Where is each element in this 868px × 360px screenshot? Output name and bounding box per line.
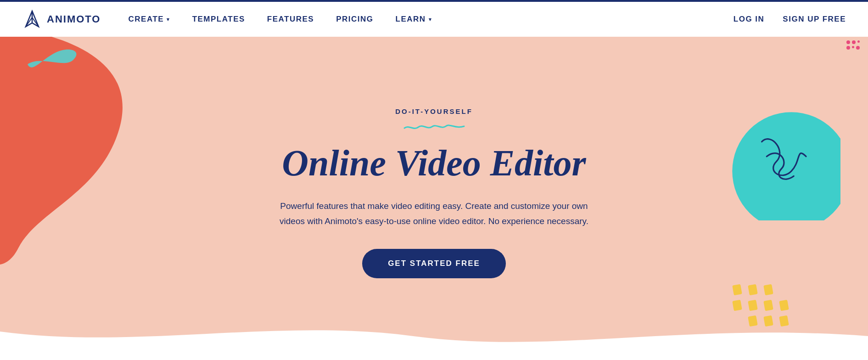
hero-wave-decoration	[0, 313, 868, 349]
svg-point-4	[732, 112, 840, 220]
logo-icon	[22, 9, 42, 29]
signup-label: SIGN UP FREE	[783, 15, 846, 24]
hero-description: Powerful features that make video editin…	[269, 199, 599, 229]
yellow-dot	[732, 284, 742, 296]
nav-pricing[interactable]: PRICING	[336, 15, 373, 24]
navbar: ANIMOTO CREATE ▾ TEMPLATES FEATURES PRIC…	[0, 0, 868, 37]
logo-text: ANIMOTO	[47, 13, 101, 25]
teal-circle-shape	[703, 83, 840, 220]
nav-features[interactable]: FEATURES	[267, 15, 314, 24]
decorative-dots-top	[843, 37, 868, 53]
logo-link[interactable]: ANIMOTO	[22, 9, 101, 29]
nav-pricing-label: PRICING	[336, 15, 373, 24]
nav-learn[interactable]: LEARN ▾	[396, 15, 432, 24]
yellow-dot	[748, 284, 758, 296]
nav-auth: LOG IN SIGN UP FREE	[734, 15, 846, 24]
nav-create[interactable]: CREATE ▾	[128, 15, 170, 24]
coral-blob-shape	[0, 37, 138, 266]
hero-eyebrow: DO-IT-YOURSELF	[269, 107, 599, 115]
nav-learn-label: LEARN	[396, 15, 426, 24]
nav-create-label: CREATE	[128, 15, 164, 24]
chevron-down-icon-learn: ▾	[429, 17, 432, 22]
dot-decoration	[846, 46, 850, 50]
dot-decoration	[852, 46, 854, 48]
nav-templates[interactable]: TEMPLATES	[192, 15, 245, 24]
nav-links: CREATE ▾ TEMPLATES FEATURES PRICING LEAR…	[128, 15, 733, 24]
hero-content: DO-IT-YOURSELF Online Video Editor Power…	[251, 107, 618, 278]
nav-features-label: FEATURES	[267, 15, 314, 24]
yellow-dot	[763, 300, 773, 311]
dot-decoration	[857, 40, 860, 43]
yellow-dot	[748, 300, 758, 311]
squiggle-decoration	[402, 123, 466, 131]
dot-decoration	[856, 46, 860, 50]
get-started-button[interactable]: GET STARTED FREE	[362, 249, 506, 278]
yellow-dot	[763, 284, 773, 296]
signup-link[interactable]: SIGN UP FREE	[783, 15, 846, 24]
hero-section: DO-IT-YOURSELF Online Video Editor Power…	[0, 37, 868, 349]
yellow-dot	[732, 300, 742, 311]
hero-title: Online Video Editor	[269, 144, 599, 182]
chevron-down-icon: ▾	[167, 17, 170, 22]
login-link[interactable]: LOG IN	[734, 15, 765, 24]
nav-templates-label: TEMPLATES	[192, 15, 245, 24]
dot-decoration	[852, 40, 856, 44]
dot-decoration	[846, 40, 850, 44]
login-label: LOG IN	[734, 15, 765, 24]
yellow-dot	[779, 300, 789, 311]
